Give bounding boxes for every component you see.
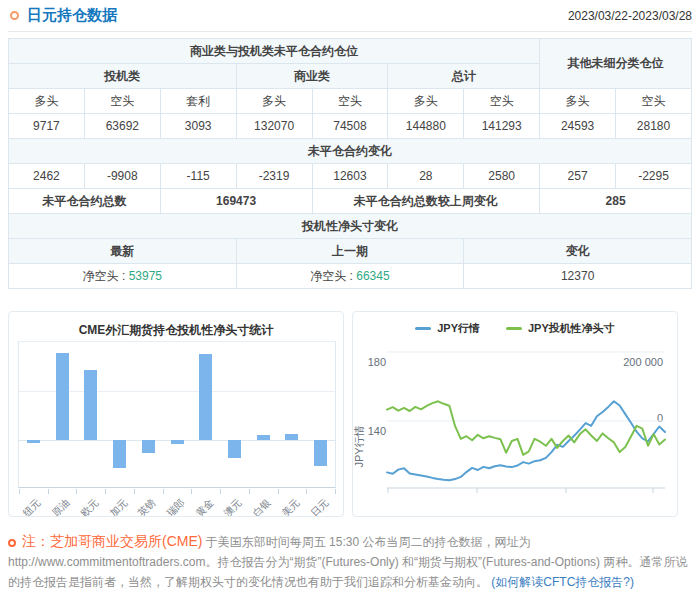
colon: : [122,269,129,283]
change-value-cell: 257 [540,164,616,189]
bar-axis-tick [220,489,221,494]
bar-x-label-黄金: 黄金 [193,496,217,517]
bar-瑞郎[interactable] [171,440,184,444]
bar-澳元[interactable] [228,440,241,458]
total-label: 未平仓合约总数 [9,189,161,214]
total-change-value: 285 [540,189,692,214]
bar-白银[interactable] [257,435,270,440]
page-title: 日元持仓数据 [27,6,117,25]
bar-chart-plot [18,341,336,488]
net-latest-value: 53975 [129,269,162,283]
subgroup-speculative: 投机类 [9,64,237,89]
bar-日元[interactable] [314,440,327,466]
subgroup-commercial: 商业类 [236,64,388,89]
bar-axis-tick [48,489,49,494]
table-row-change-header: 未平仓合约变化 [9,139,692,164]
bar-原油[interactable] [56,353,69,440]
bar-axis-tick [163,489,164,494]
bar-x-label-欧元: 欧元 [78,496,102,517]
change-value-cell: -2295 [616,164,692,189]
charts-row: CME外汇期货持仓投机性净头寸统计 纽元原油欧元加元英镑瑞郎黄金澳元白银美元日元… [8,311,692,517]
net-prev-cell: 净空头 : 66345 [236,264,464,289]
net-latest-cell: 净空头 : 53975 [9,264,237,289]
section-header: 日元持仓数据 2023/03/22-2023/03/28 [8,0,692,32]
bar-axis-tick [335,489,336,494]
bar-黄金[interactable] [199,354,212,440]
position-value-cell: 132070 [236,114,312,139]
bar-axis-tick [134,489,135,494]
position-value-cell: 141293 [464,114,540,139]
net-change-value: 12370 [464,264,692,289]
net-col-latest: 最新 [9,239,237,264]
note-bullet-icon [8,539,16,547]
col-header-cell: 空头 [616,89,692,114]
col-header-cell: 多头 [9,89,85,114]
position-value-cell: 144880 [388,114,464,139]
footnote: 注：芝加哥商业交易所(CME) 于美国东部时间每周五 15:30 公布当周二的持… [8,531,692,590]
page: 日元持仓数据 2023/03/22-2023/03/28 商业类与投机类未平仓合… [0,0,700,590]
subgroup-total: 总计 [388,64,540,89]
table-row-positions: 9717636923093132070745081448801412932459… [9,114,692,139]
bar-x-label-白银: 白银 [250,496,274,517]
line-chart-svg [353,312,677,516]
bar-美元[interactable] [285,434,298,440]
bar-x-label-英镑: 英镑 [135,496,159,517]
other-header-cell: 其他未细分类仓位 [540,39,692,89]
table-row-totals: 未平仓合约总数 169473 未平仓合约总数较上周变化 285 [9,189,692,214]
bar-x-label-原油: 原油 [49,496,73,517]
bar-chart-title: CME外汇期货持仓投机性净头寸统计 [9,312,343,339]
change-value-cell: -115 [160,164,236,189]
change-value-cell: -2319 [236,164,312,189]
net-col-previous: 上一期 [236,239,464,264]
table-row-group-header: 商业类与投机类未平仓合约仓位 其他未细分类仓位 [9,39,692,64]
position-value-cell: 9717 [9,114,85,139]
bar-axis-tick [306,489,307,494]
position-value-cell: 3093 [160,114,236,139]
cftc-guide-link[interactable]: (如何解读CFTC持仓报告?) [491,575,634,589]
bar-x-label-澳元: 澳元 [221,496,245,517]
table-row-net-cols: 最新 上一期 变化 [9,239,692,264]
bar-加元[interactable] [113,440,126,468]
line-series-JPY行情 [387,401,665,480]
line-chart-panel: JPY行情 JPY投机性净头寸 JPY行情 180 140 200 000 0 [352,311,678,517]
change-value-cell: -9908 [84,164,160,189]
date-range: 2023/03/22-2023/03/28 [568,9,692,23]
note-label: 注：芝加哥商业交易所(CME) [22,533,202,549]
net-prev-label: 净空头 [310,269,346,283]
position-value-cell: 74508 [312,114,388,139]
table-row-col-headers: 多头空头套利多头空头多头空头多头空头 [9,89,692,114]
total-change-label: 未平仓合约总数较上周变化 [312,189,540,214]
total-value: 169473 [160,189,312,214]
bar-x-label-日元: 日元 [307,496,331,517]
net-prev-value: 66345 [356,269,389,283]
bar-x-label-美元: 美元 [279,496,303,517]
position-value-cell: 24593 [540,114,616,139]
bar-axis-tick [19,489,20,494]
table-row-changes: 2462-9908-115-231912603282580257-2295 [9,164,692,189]
bar-axis-tick [249,489,250,494]
section-bullet-icon [10,11,19,20]
bar-英镑[interactable] [142,440,155,453]
position-value-cell: 63692 [84,114,160,139]
change-value-cell: 2580 [464,164,540,189]
col-header-cell: 空头 [312,89,388,114]
net-header-cell: 投机性净头寸变化 [9,214,692,239]
net-latest-label: 净空头 [83,269,119,283]
col-header-cell: 多头 [388,89,464,114]
change-value-cell: 28 [388,164,464,189]
positions-table: 商业类与投机类未平仓合约仓位 其他未细分类仓位 投机类 商业类 总计 多头空头套… [8,38,692,289]
bar-x-label-加元: 加元 [106,496,130,517]
bar-chart-panel: CME外汇期货持仓投机性净头寸统计 纽元原油欧元加元英镑瑞郎黄金澳元白银美元日元 [8,311,344,517]
change-header-cell: 未平仓合约变化 [9,139,692,164]
bar-纽元[interactable] [27,440,40,443]
col-header-cell: 套利 [160,89,236,114]
bar-x-label-纽元: 纽元 [20,496,44,517]
table-row-net-values: 净空头 : 53975 净空头 : 66345 12370 [9,264,692,289]
col-header-cell: 多头 [540,89,616,114]
bar-欧元[interactable] [84,370,97,440]
table-row-net-header: 投机性净头寸变化 [9,214,692,239]
change-value-cell: 2462 [9,164,85,189]
col-header-cell: 空头 [84,89,160,114]
position-value-cell: 28180 [616,114,692,139]
bar-x-label-瑞郎: 瑞郎 [164,496,188,517]
